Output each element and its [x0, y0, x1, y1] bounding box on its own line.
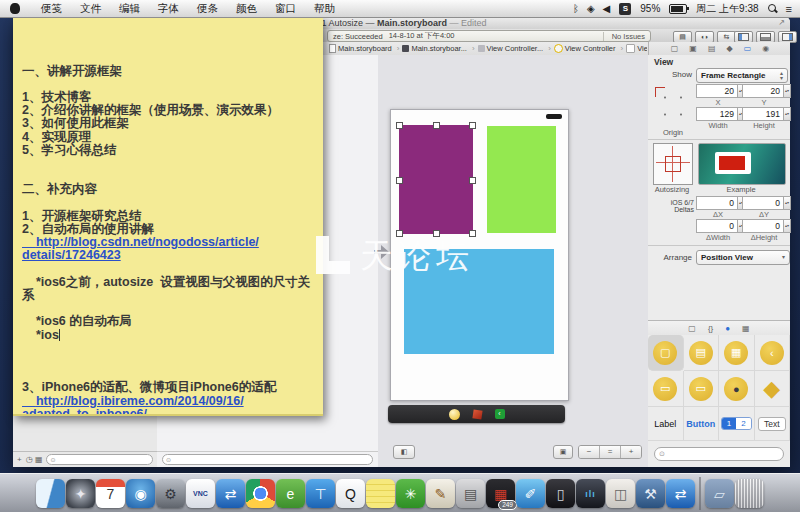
library-item[interactable]: ▦ — [719, 335, 755, 371]
dock-icon[interactable] — [699, 477, 701, 510]
height-field[interactable]: 191 — [742, 107, 784, 121]
menu-item[interactable]: 字体 — [149, 0, 188, 17]
dock-icon[interactable]: ⚙ — [156, 479, 185, 508]
library-button-item[interactable]: Button — [686, 419, 715, 429]
menu-item[interactable]: 编辑 — [110, 0, 149, 17]
status-icon[interactable]: ᛒ — [573, 3, 579, 14]
add-button[interactable]: + — [17, 455, 22, 464]
navigator-filter-icons[interactable]: ◷ ▦ — [26, 455, 43, 464]
inspector-tab-icon[interactable]: ▢ — [671, 44, 679, 53]
library-tab-icon[interactable]: ● — [725, 324, 730, 333]
outline-filter-field[interactable]: ⊙ — [162, 454, 373, 465]
autosizing-widget[interactable] — [653, 143, 693, 185]
toggle-utilities-button[interactable] — [778, 31, 797, 43]
dock-icon[interactable]: ▤ — [456, 479, 485, 508]
input-method-icon[interactable]: S — [619, 3, 631, 15]
resize-handle[interactable] — [469, 177, 476, 184]
jump-bar-item[interactable]: View Controller — [554, 44, 626, 53]
purple-subview[interactable] — [399, 125, 473, 234]
assistant-editor-button[interactable]: ◖◗ — [695, 31, 714, 43]
resize-handle[interactable] — [469, 122, 476, 129]
outline-toggle-button[interactable]: ◧ — [393, 445, 415, 459]
fullscreen-arrow-icon[interactable]: ↗ — [778, 17, 785, 29]
toggle-debug-button[interactable] — [756, 31, 775, 43]
library-item[interactable]: ▭ — [648, 371, 684, 407]
zoom-out-button[interactable]: − — [579, 446, 599, 458]
dock-icon[interactable]: ▦ 249 — [486, 479, 515, 508]
inspector-tab-icon[interactable]: ◉ — [762, 44, 769, 53]
height-stepper[interactable]: ▴▾ — [784, 107, 791, 121]
menu-item[interactable]: 文件 — [71, 0, 110, 17]
notification-center-icon[interactable]: ≡ — [786, 3, 792, 15]
resize-handle[interactable] — [396, 177, 403, 184]
dock-icon[interactable]: ✦ — [66, 479, 95, 508]
menu-item[interactable]: 便笺 — [32, 0, 71, 17]
dock-icon[interactable] — [735, 479, 764, 508]
dheight-field[interactable]: 0 — [742, 219, 784, 233]
library-textfield-item[interactable]: Text — [758, 417, 786, 431]
spotlight-icon[interactable] — [768, 4, 777, 13]
library-item[interactable]: ▭ — [684, 371, 720, 407]
dock-icon[interactable]: ▱ — [705, 479, 734, 508]
dock-icon[interactable]: ılı — [576, 479, 605, 508]
menu-clock[interactable]: 周二 上午9:38 — [696, 2, 758, 16]
dx-field[interactable]: 0 — [696, 196, 738, 210]
library-item[interactable]: ◆ — [755, 371, 791, 407]
inspector-tab-icon[interactable]: ▭ — [744, 44, 752, 53]
status-icon[interactable]: ◈ — [587, 3, 595, 14]
dock-icon[interactable]: VNC — [186, 479, 215, 508]
inspector-tab-icon[interactable]: ▤ — [708, 44, 716, 53]
dock-icon[interactable]: ⊤ — [306, 479, 335, 508]
jump-bar-item[interactable]: View Controller... — [478, 44, 554, 53]
status-icon[interactable]: ◀ — [603, 3, 611, 14]
toggle-navigator-button[interactable] — [734, 31, 753, 43]
library-item[interactable]: ‹ — [755, 335, 791, 371]
green-subview[interactable] — [487, 126, 556, 233]
menu-item[interactable]: 便条 — [188, 0, 227, 17]
dock-icon[interactable]: ✳ — [396, 479, 425, 508]
dy-field[interactable]: 0 — [742, 196, 784, 210]
jump-bar-item[interactable]: Main.storyboar... — [402, 44, 477, 53]
library-item[interactable]: ▤ — [684, 335, 720, 371]
menu-item[interactable]: 窗口 — [266, 0, 305, 17]
resize-handle[interactable] — [396, 122, 403, 129]
dwidth-field[interactable]: 0 — [696, 219, 738, 233]
dock-icon[interactable]: ⚒ — [636, 479, 665, 508]
dock-icon[interactable]: ⇄ — [666, 479, 695, 508]
dock-icon[interactable] — [246, 479, 275, 508]
library-item[interactable]: ▢ — [648, 335, 684, 371]
dock-icon[interactable]: ▯ — [546, 479, 575, 508]
dock-icon[interactable]: ✐ — [516, 479, 545, 508]
zoom-fit-button[interactable]: = — [599, 446, 620, 458]
jump-bar-item[interactable]: Main.storyboard — [329, 44, 402, 53]
y-field[interactable]: 20 — [742, 84, 784, 98]
exit-segue-icon[interactable]: ‹ — [495, 409, 505, 419]
x-field[interactable]: 20 — [696, 84, 738, 98]
library-search-field[interactable]: ⊙ — [654, 447, 784, 461]
library-tab-icon[interactable]: ▦ — [742, 324, 750, 333]
dock-icon[interactable]: ◫ — [606, 479, 635, 508]
sticky-note[interactable]: 一、讲解开源框架1、技术博客2、介绍你讲解的框架（使用场景、演示效果）3、如何使… — [13, 18, 323, 416]
library-segmented-item[interactable]: 1 2 — [721, 417, 752, 430]
dock-icon[interactable]: 7 — [96, 479, 125, 508]
pin-button[interactable]: ▣ — [553, 445, 573, 459]
dock-icon[interactable]: Q — [336, 479, 365, 508]
width-field[interactable]: 129 — [696, 107, 738, 121]
menu-item[interactable]: 颜色 — [227, 0, 266, 17]
dock-icon[interactable] — [36, 479, 65, 508]
apple-menu-icon[interactable] — [10, 3, 20, 14]
navigator-filter-field[interactable]: ⊙ — [46, 454, 153, 465]
dock-icon[interactable]: ◉ — [126, 479, 155, 508]
first-responder-icon[interactable] — [472, 409, 482, 419]
inspector-tab-icon[interactable]: ▣ — [689, 44, 697, 53]
library-label-item[interactable]: Label — [654, 419, 676, 429]
view-controller-icon[interactable] — [449, 409, 460, 420]
dock-icon[interactable]: ⇄ — [216, 479, 245, 508]
y-stepper[interactable]: ▴▾ — [784, 84, 791, 98]
zoom-in-button[interactable]: + — [620, 446, 641, 458]
dock-icon[interactable] — [366, 479, 395, 508]
menu-item[interactable]: 帮助 — [305, 0, 344, 17]
resize-handle[interactable] — [433, 122, 440, 129]
arrange-dropdown[interactable]: Position View▾ — [696, 250, 790, 265]
dock-icon[interactable]: ✎ — [426, 479, 455, 508]
